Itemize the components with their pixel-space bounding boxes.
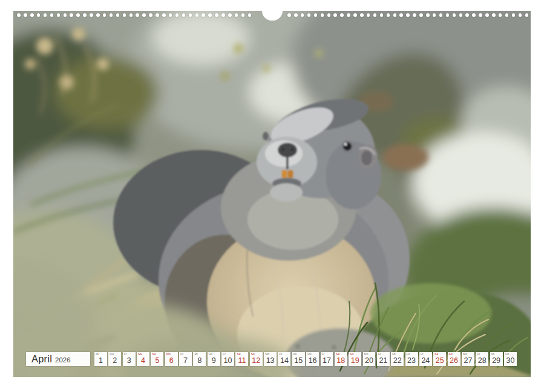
day-of-week-label: Fr — [421, 353, 424, 356]
day-number: 19 — [349, 357, 361, 365]
day-number: 11 — [235, 357, 248, 365]
day-of-week-label: So — [350, 353, 353, 356]
calendar-day: Do9 — [208, 352, 220, 366]
day-number: 14 — [278, 357, 290, 365]
day-number: 6 — [165, 357, 178, 365]
calendar-day: Mo13 — [264, 352, 277, 366]
day-number: 12 — [250, 357, 263, 365]
day-number: 23 — [405, 357, 418, 365]
calendar-day: Do30 — [504, 352, 517, 366]
day-of-week-label: So — [449, 353, 453, 356]
day-of-week-label: Mo — [166, 353, 171, 356]
calendar-day: Fr10 — [221, 352, 234, 366]
day-number: 20 — [363, 357, 376, 365]
day-number: 24 — [419, 357, 432, 365]
day-of-week-label: Mi — [293, 353, 297, 356]
day-of-week-label: Di — [477, 353, 480, 356]
day-number: 22 — [391, 357, 404, 365]
day-number: 4 — [137, 357, 149, 365]
day-of-week-label: Fr — [124, 353, 127, 356]
calendar-day: Di14 — [278, 352, 290, 366]
day-of-week-label: Mi — [194, 353, 197, 356]
marmot-teeth — [282, 170, 287, 178]
calendar-day: Do23 — [405, 352, 418, 366]
day-number: 16 — [306, 357, 319, 365]
marmot-photo — [13, 11, 531, 377]
day-of-week-label: Fr — [223, 353, 226, 356]
day-number: 9 — [208, 357, 220, 365]
day-of-week-label: Sa — [138, 353, 142, 356]
day-number: 3 — [123, 357, 136, 365]
calendar-day: Di21 — [377, 352, 390, 366]
calendar-day: Fr24 — [419, 352, 432, 366]
day-of-week-label: Mo — [364, 353, 369, 356]
calendar-day: So19 — [349, 352, 361, 366]
calendar-day: Mi29 — [490, 352, 503, 366]
day-of-week-label: Mi — [491, 353, 494, 356]
calendar-day: Mo6 — [165, 352, 178, 366]
day-number: 29 — [490, 357, 503, 365]
day-of-week-label: Mo — [265, 353, 269, 356]
day-number: 30 — [504, 357, 517, 365]
calendar-page: April2026 Mi1Do2Fr3Sa4So5Mo6Di7Mi8Do9Fr1… — [0, 0, 544, 392]
calendar-day: Mi15 — [292, 352, 305, 366]
marmot-eye — [343, 142, 352, 151]
calendar-day: Di7 — [179, 352, 192, 366]
month-label: April — [31, 353, 52, 364]
day-number: 18 — [335, 357, 347, 365]
year-label: 2026 — [55, 356, 71, 364]
day-of-week-label: Mo — [463, 353, 467, 356]
calendar-day: So5 — [151, 352, 163, 366]
day-of-week-label: Do — [407, 353, 410, 356]
calendar-day: Sa4 — [137, 352, 149, 366]
day-number: 17 — [321, 357, 333, 365]
calendar-day: Fr3 — [123, 352, 136, 366]
calendar-day: Sa18 — [335, 352, 347, 366]
day-of-week-label: Do — [209, 353, 212, 356]
month-box: April2026 — [26, 352, 90, 366]
calendar-day: Di28 — [476, 352, 488, 366]
calendar-day: Do2 — [108, 352, 121, 366]
calendar-day: So12 — [250, 352, 263, 366]
day-number: 5 — [151, 357, 163, 365]
day-number: 21 — [377, 357, 390, 365]
calendar-day: Sa25 — [433, 352, 446, 366]
day-of-week-label: Fr — [322, 353, 325, 356]
day-of-week-label: Di — [180, 353, 183, 356]
day-of-week-label: Sa — [237, 353, 240, 356]
day-number: 27 — [462, 357, 474, 365]
day-number: 26 — [448, 357, 460, 365]
calendar-day: So26 — [448, 352, 460, 366]
calendar-day: Mi8 — [193, 352, 206, 366]
day-of-week-label: Mi — [392, 353, 395, 356]
day-number: 10 — [221, 357, 234, 365]
calendar-days: Mi1Do2Fr3Sa4So5Mo6Di7Mi8Do9Fr10Sa11So12M… — [94, 352, 517, 366]
day-number: 7 — [179, 357, 192, 365]
calendar-day: Mo20 — [363, 352, 376, 366]
day-of-week-label: So — [152, 353, 156, 356]
photo-scene — [13, 11, 531, 377]
calendar-day: Fr17 — [321, 352, 333, 366]
day-of-week-label: Mi — [96, 353, 99, 356]
calendar-day: Mi1 — [94, 352, 107, 366]
marmot-nose — [278, 143, 297, 157]
day-of-week-label: Do — [307, 353, 311, 356]
day-number: 13 — [264, 357, 277, 365]
day-of-week-label: Sa — [336, 353, 339, 356]
day-of-week-label: Do — [110, 353, 113, 356]
day-number: 1 — [94, 357, 107, 365]
day-number: 28 — [476, 357, 488, 365]
calendar-day: Mo27 — [462, 352, 474, 366]
day-number: 25 — [433, 357, 446, 365]
day-of-week-label: Di — [378, 353, 381, 356]
calendar-strip: April2026 Mi1Do2Fr3Sa4So5Mo6Di7Mi8Do9Fr1… — [0, 352, 544, 366]
day-of-week-label: Do — [505, 353, 509, 356]
day-of-week-label: Di — [279, 353, 282, 356]
day-number: 8 — [193, 357, 206, 365]
calendar-day: Sa11 — [235, 352, 248, 366]
day-of-week-label: Sa — [434, 353, 438, 356]
day-number: 2 — [108, 357, 121, 365]
calendar-day: Mi22 — [391, 352, 404, 366]
calendar-day: Do16 — [306, 352, 319, 366]
day-number: 15 — [292, 357, 305, 365]
